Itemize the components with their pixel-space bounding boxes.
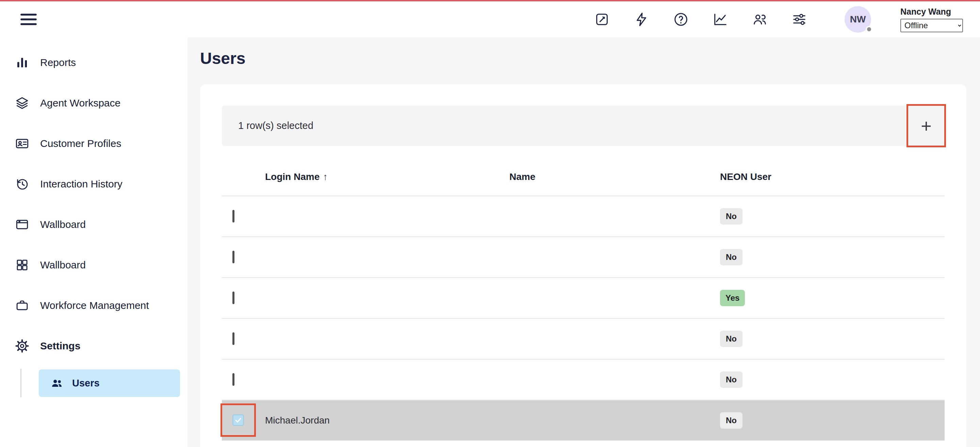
sidebar: Reports Agent Workspace Customer Profile… [0,37,188,447]
analytics-icon[interactable] [713,11,728,27]
sidebar-item-label: Agent Workspace [40,97,121,109]
note-icon[interactable] [594,11,610,27]
login-name-cell: Michael.Jordan [265,415,509,426]
row-checkbox-checked[interactable] [232,414,244,426]
row-checkbox[interactable] [232,332,234,345]
sidebar-item-label: Customer Profiles [40,138,121,150]
sidebar-item-label: Workforce Management [40,300,149,311]
neon-user-badge: No [720,331,743,347]
table-row[interactable]: No [222,196,945,236]
row-checkbox[interactable] [232,291,234,304]
sidebar-item-label: Wallboard [40,219,86,230]
sidebar-item-workforce-management[interactable]: Workforce Management [0,285,188,326]
status-select[interactable]: Offline [900,19,963,32]
status-dot [865,26,872,33]
window-icon [15,217,29,232]
add-user-button[interactable]: + [908,105,945,146]
menu-icon[interactable] [19,10,38,29]
neon-user-badge: No [720,249,743,265]
selection-count-text: 1 row(s) selected [238,120,313,131]
sidebar-item-wallboard-2[interactable]: Wallboard [0,245,188,285]
sort-ascending-icon[interactable]: ↑ [323,172,328,182]
preferences-icon[interactable] [791,11,807,27]
sidebar-sub-section: Users [0,366,188,400]
users-card: 1 row(s) selected + Login Name↑ Name NEO… [200,84,966,447]
users-icon [50,377,63,390]
user-name: Nancy Wang [900,7,963,17]
sidebar-item-agent-workspace[interactable]: Agent Workspace [0,83,188,123]
table-row[interactable]: No [222,359,945,400]
column-header-neon-user[interactable]: NEON User [720,172,945,182]
sidebar-item-settings[interactable]: Settings [0,326,188,366]
sidebar-item-interaction-history[interactable]: Interaction History [0,164,188,204]
help-icon[interactable] [673,11,689,27]
page-title: Users [200,50,980,67]
neon-user-badge: No [720,371,743,388]
header-actions: NW Nancy Wang Offline [594,6,963,33]
contacts-icon[interactable] [752,11,768,27]
app-header: NW Nancy Wang Offline [0,2,980,37]
sidebar-item-label: Interaction History [40,178,123,190]
grid-icon [15,258,29,272]
gear-icon [15,339,29,353]
neon-user-badge: No [720,208,743,224]
user-avatar[interactable]: NW [845,6,871,33]
indent-guide [21,369,21,397]
sidebar-item-users[interactable]: Users [39,369,180,397]
column-header-name[interactable]: Name [509,172,720,182]
row-checkbox[interactable] [232,210,234,223]
lightning-icon[interactable] [633,11,649,27]
selection-toolbar: 1 row(s) selected + [222,105,945,146]
sidebar-item-label: Reports [40,57,76,68]
column-header-login-name[interactable]: Login Name↑ [265,172,509,182]
neon-user-badge: No [720,412,743,429]
table-header: Login Name↑ Name NEON User [222,158,945,196]
row-checkbox[interactable] [232,373,234,386]
table-row[interactable]: No [222,318,945,359]
briefcase-icon [15,298,29,313]
sidebar-item-wallboard-1[interactable]: Wallboard [0,204,188,245]
sidebar-item-label: Settings [40,340,80,352]
check-icon [234,416,242,424]
sidebar-item-customer-profiles[interactable]: Customer Profiles [0,123,188,164]
user-block: Nancy Wang Offline [900,7,963,32]
row-checkbox[interactable] [232,251,234,263]
table-row[interactable]: No [222,236,945,277]
contact-card-icon [15,137,29,151]
layers-icon [15,96,29,110]
sidebar-item-label: Users [72,378,100,389]
sidebar-item-label: Wallboard [40,259,86,271]
main-content: Users 1 row(s) selected + Login Name↑ Na… [188,37,980,447]
history-icon [15,177,29,191]
table-row-selected[interactable]: Michael.Jordan No [222,400,945,441]
neon-user-badge: Yes [720,290,745,306]
bar-chart-icon [15,56,29,70]
table-row[interactable]: Yes [222,277,945,318]
sidebar-item-reports[interactable]: Reports [0,42,188,83]
